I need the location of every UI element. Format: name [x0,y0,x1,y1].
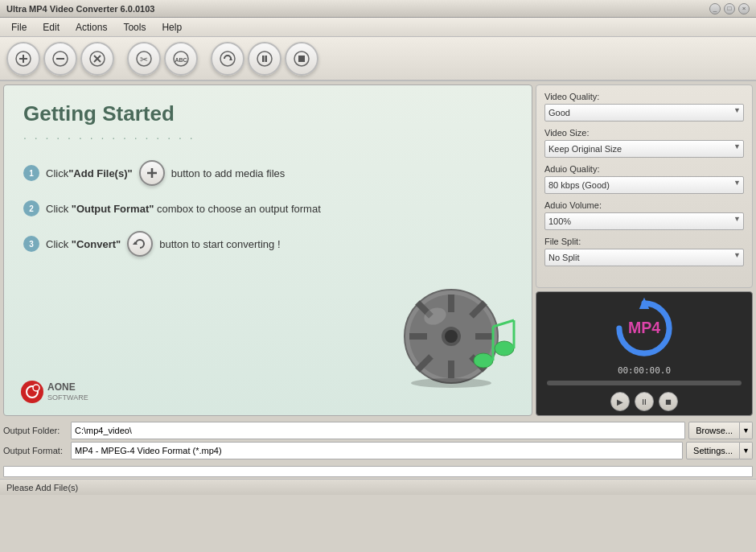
svg-rect-16 [265,56,268,62]
audio-volume-row: Aduio Volume: 100% 90% 75% 50% [544,200,744,230]
step-1-text-after: button to add media files [171,167,286,179]
svg-text:MP4: MP4 [628,319,660,336]
output-folder-label: Output Folder: [3,426,68,435]
step-3-text-after: button to start converting ! [159,238,280,250]
file-split-select[interactable]: No Split Split by Size Split by Time [544,249,744,266]
mp4-icon: MP4 [612,296,676,360]
window-title: Ultra MP4 Video Converter 6.0.0103 [6,4,154,14]
video-size-row: Video Size: Keep Original Size 320x240 6… [544,128,744,158]
pause-preview-button[interactable]: ⏸ [635,392,654,411]
video-quality-label: Video Quality: [544,92,744,101]
step-3-text-before: Click "Convert" [46,238,121,250]
add-files-button[interactable] [6,42,40,76]
playback-controls: ▶ ⏸ ⏹ [610,392,678,411]
step-2-number: 2 [23,200,39,216]
right-sidebar: Video Quality: Good Better Best Video Si… [536,84,753,416]
time-display: 00:00:00.0 [618,365,671,376]
getting-started-title: Getting Started [23,101,512,126]
step-2: 2 Click "Output Format" combox to choose… [23,200,512,216]
menu-actions[interactable]: Actions [68,20,115,35]
step-3-number: 3 [23,236,39,252]
stop-button[interactable] [285,42,318,76]
svg-point-40 [411,378,491,388]
clear-button[interactable] [80,42,114,76]
preview-panel: MP4 00:00:00.0 ▶ ⏸ ⏹ [536,291,753,416]
video-size-label: Video Size: [544,128,744,138]
audio-quality-label: Aduio Quality: [544,164,744,174]
step-3-convert-icon [127,231,153,257]
status-bar: Please Add File(s) [0,479,756,495]
getting-started-panel: Getting Started · · · · · · · · · · · · … [3,84,532,416]
svg-point-12 [220,51,235,66]
audio-quality-row: Aduio Quality: 80 kbps (Good) 128 kbps (… [544,164,744,194]
rename-button[interactable]: ABC [164,42,198,76]
toolbar: ✂ ABC [0,37,756,81]
step-1: 1 Click "Add File(s)" button to add medi… [23,160,512,186]
output-folder-row: Output Folder: Browse... ▼ [3,422,753,439]
window-controls: _ □ × [709,3,750,14]
browse-button[interactable]: Browse... [688,422,740,439]
step-1-bold: "Add File(s)" [68,167,133,179]
step-1-number: 1 [23,165,39,181]
close-button[interactable]: × [738,3,750,14]
minimize-button[interactable]: _ [709,3,721,14]
main-progress-bar [3,466,753,477]
output-format-input[interactable] [71,442,683,459]
svg-point-37 [495,341,514,356]
menu-bar: File Edit Actions Tools Help [0,18,756,37]
status-text: Please Add File(s) [6,483,78,492]
output-format-row: Output Format: Settings... ▼ [3,442,753,459]
logo: AONE SOFTWARE [20,380,88,404]
progress-section [0,464,756,479]
file-split-row: File Split: No Split Split by Size Split… [544,237,744,266]
svg-marker-13 [229,57,232,60]
svg-text:✂: ✂ [140,54,148,65]
step-3: 3 Click "Convert" button to start conver… [23,231,512,257]
step-1-add-icon [139,160,165,186]
convert-button[interactable] [211,42,244,76]
settings-panel: Video Quality: Good Better Best Video Si… [536,84,753,288]
step-2-text: Click "Output Format" combox to choose a… [46,203,321,215]
remove-button[interactable] [43,42,77,76]
video-quality-select[interactable]: Good Better Best [544,104,744,122]
output-folder-area: Output Folder: Browse... ▼ Output Format… [0,419,756,464]
audio-quality-select[interactable]: 80 kbps (Good) 128 kbps (Better) 192 kbp… [544,176,744,194]
svg-point-43 [33,385,39,391]
title-bar: Ultra MP4 Video Converter 6.0.0103 _ □ × [0,0,756,18]
video-quality-row: Video Quality: Good Better Best [544,92,744,122]
video-size-select[interactable]: Keep Original Size 320x240 640x480 [544,140,744,158]
browse-dropdown-arrow[interactable]: ▼ [740,422,753,439]
svg-point-14 [257,51,272,66]
output-format-label: Output Format: [3,446,68,455]
svg-point-41 [21,381,43,403]
svg-rect-18 [298,56,305,62]
audio-volume-label: Aduio Volume: [544,200,744,210]
stop-preview-button[interactable]: ⏹ [659,392,678,411]
settings-dropdown-arrow[interactable]: ▼ [740,442,753,459]
play-button[interactable]: ▶ [610,392,630,411]
maximize-button[interactable]: □ [724,3,735,14]
svg-text:ABC: ABC [175,57,187,63]
pause-button[interactable] [248,42,281,76]
menu-file[interactable]: File [3,20,35,35]
preview-progress-bar[interactable] [547,381,741,385]
menu-help[interactable]: Help [154,20,190,35]
output-folder-input[interactable] [71,422,685,439]
svg-rect-15 [262,56,265,62]
menu-tools[interactable]: Tools [115,20,154,35]
step-1-text-before: Click [46,167,68,179]
audio-volume-select[interactable]: 100% 90% 75% 50% [544,212,744,230]
file-split-label: File Split: [544,237,744,246]
svg-point-35 [474,353,493,368]
settings-button[interactable]: Settings... [686,442,740,459]
cut-button[interactable]: ✂ [127,42,161,76]
decorative-line: · · · · · · · · · · · · · · · · [23,131,512,144]
logo-text: AONE SOFTWARE [47,381,88,402]
media-icon [395,272,524,391]
svg-point-33 [445,330,458,343]
menu-edit[interactable]: Edit [35,20,68,35]
